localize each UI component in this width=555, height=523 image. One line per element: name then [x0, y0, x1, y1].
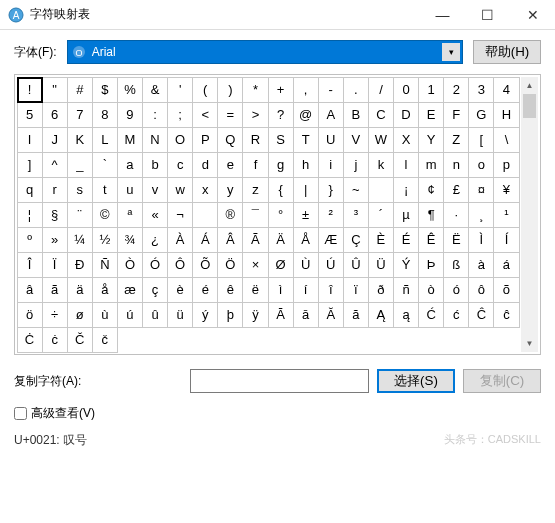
char-cell[interactable]: ø: [67, 302, 93, 328]
char-cell[interactable]: å: [92, 277, 118, 303]
char-cell[interactable]: Æ: [318, 227, 344, 253]
char-cell[interactable]: d: [192, 152, 218, 178]
char-cell[interactable]: Z: [443, 127, 469, 153]
char-cell[interactable]: è: [167, 277, 193, 303]
char-cell[interactable]: H: [493, 102, 519, 128]
char-cell[interactable]: ;: [167, 102, 193, 128]
char-cell[interactable]: ¨: [67, 202, 93, 228]
char-cell[interactable]: Í: [493, 227, 519, 253]
char-cell[interactable]: č: [92, 327, 118, 353]
char-cell[interactable]: ½: [92, 227, 118, 253]
char-cell[interactable]: a: [117, 152, 143, 178]
char-cell[interactable]: Ö: [217, 252, 243, 278]
char-cell[interactable]: Î: [17, 252, 43, 278]
char-cell[interactable]: }: [318, 177, 344, 203]
char-cell[interactable]: £: [443, 177, 469, 203]
char-cell[interactable]: T: [293, 127, 319, 153]
char-cell[interactable]: ¬: [167, 202, 193, 228]
char-cell[interactable]: N: [142, 127, 168, 153]
char-cell[interactable]: ċ: [42, 327, 68, 353]
minimize-button[interactable]: —: [420, 0, 465, 30]
char-cell[interactable]: ą: [393, 302, 419, 328]
char-cell[interactable]: 5: [17, 102, 43, 128]
char-cell[interactable]: 9: [117, 102, 143, 128]
maximize-button[interactable]: ☐: [465, 0, 510, 30]
char-cell[interactable]: æ: [117, 277, 143, 303]
char-cell[interactable]: î: [318, 277, 344, 303]
char-cell[interactable]: o: [468, 152, 494, 178]
select-button[interactable]: 选择(S): [377, 369, 455, 393]
char-cell[interactable]: ù: [92, 302, 118, 328]
char-cell[interactable]: k: [368, 152, 394, 178]
char-cell[interactable]: Ä: [268, 227, 294, 253]
char-cell[interactable]: Á: [192, 227, 218, 253]
char-cell[interactable]: ´: [368, 202, 394, 228]
char-cell[interactable]: 2: [443, 77, 469, 103]
char-cell[interactable]: J: [42, 127, 68, 153]
char-cell[interactable]: B: [343, 102, 369, 128]
char-cell[interactable]: ö: [17, 302, 43, 328]
char-cell[interactable]: Ý: [393, 252, 419, 278]
char-cell[interactable]: {: [268, 177, 294, 203]
char-cell[interactable]: $: [92, 77, 118, 103]
char-cell[interactable]: f: [242, 152, 268, 178]
char-cell[interactable]: ¢: [418, 177, 444, 203]
char-cell[interactable]: ÿ: [242, 302, 268, 328]
char-cell[interactable]: R: [242, 127, 268, 153]
char-cell[interactable]: í: [293, 277, 319, 303]
char-cell[interactable]: ä: [67, 277, 93, 303]
char-cell[interactable]: Ô: [167, 252, 193, 278]
char-cell[interactable]: Ù: [293, 252, 319, 278]
char-cell[interactable]: 6: [42, 102, 68, 128]
char-cell[interactable]: Ą: [368, 302, 394, 328]
char-cell[interactable]: ­: [192, 202, 218, 228]
char-cell[interactable]: ¯: [242, 202, 268, 228]
char-cell[interactable]: %: [117, 77, 143, 103]
char-cell[interactable]: m: [418, 152, 444, 178]
char-cell[interactable]: v: [142, 177, 168, 203]
char-cell[interactable]: ¾: [117, 227, 143, 253]
char-cell[interactable]: ¹: [493, 202, 519, 228]
char-cell[interactable]: *: [242, 77, 268, 103]
char-cell[interactable]: Ċ: [17, 327, 43, 353]
close-button[interactable]: ✕: [510, 0, 555, 30]
char-cell[interactable]: û: [142, 302, 168, 328]
char-cell[interactable]: D: [393, 102, 419, 128]
scroll-thumb[interactable]: [523, 94, 536, 118]
char-cell[interactable]: S: [268, 127, 294, 153]
char-cell[interactable]: F: [443, 102, 469, 128]
char-cell[interactable]: Ú: [318, 252, 344, 278]
char-cell[interactable]: ć: [443, 302, 469, 328]
copy-button[interactable]: 复制(C): [463, 369, 541, 393]
char-cell[interactable]: à: [468, 252, 494, 278]
char-cell[interactable]: x: [192, 177, 218, 203]
char-cell[interactable]: ²: [318, 202, 344, 228]
char-cell[interactable]: É: [393, 227, 419, 253]
char-cell[interactable]: ê: [217, 277, 243, 303]
char-cell[interactable]: ð: [368, 277, 394, 303]
char-cell[interactable]: >: [242, 102, 268, 128]
char-cell[interactable]: r: [42, 177, 68, 203]
char-cell[interactable]: |: [293, 177, 319, 203]
char-cell[interactable]: #: [67, 77, 93, 103]
char-cell[interactable]: .: [343, 77, 369, 103]
char-cell[interactable]: =: [217, 102, 243, 128]
char-cell[interactable]: 8: [92, 102, 118, 128]
char-cell[interactable]: ±: [293, 202, 319, 228]
char-cell[interactable]: ¸: [468, 202, 494, 228]
char-cell[interactable]: 7: [67, 102, 93, 128]
char-cell[interactable]: ): [217, 77, 243, 103]
char-cell[interactable]: Ì: [468, 227, 494, 253]
char-cell[interactable]: ': [167, 77, 193, 103]
char-cell[interactable]: »: [42, 227, 68, 253]
char-cell[interactable]: ¿: [142, 227, 168, 253]
char-cell[interactable]: Ĉ: [468, 302, 494, 328]
char-cell[interactable]: ¥: [493, 177, 519, 203]
scroll-track[interactable]: [521, 94, 538, 335]
char-cell[interactable]: ü: [167, 302, 193, 328]
char-cell[interactable]: [: [468, 127, 494, 153]
char-cell[interactable]: µ: [393, 202, 419, 228]
char-cell[interactable]: °: [268, 202, 294, 228]
char-cell[interactable]: ã: [42, 277, 68, 303]
char-cell[interactable]: :: [142, 102, 168, 128]
